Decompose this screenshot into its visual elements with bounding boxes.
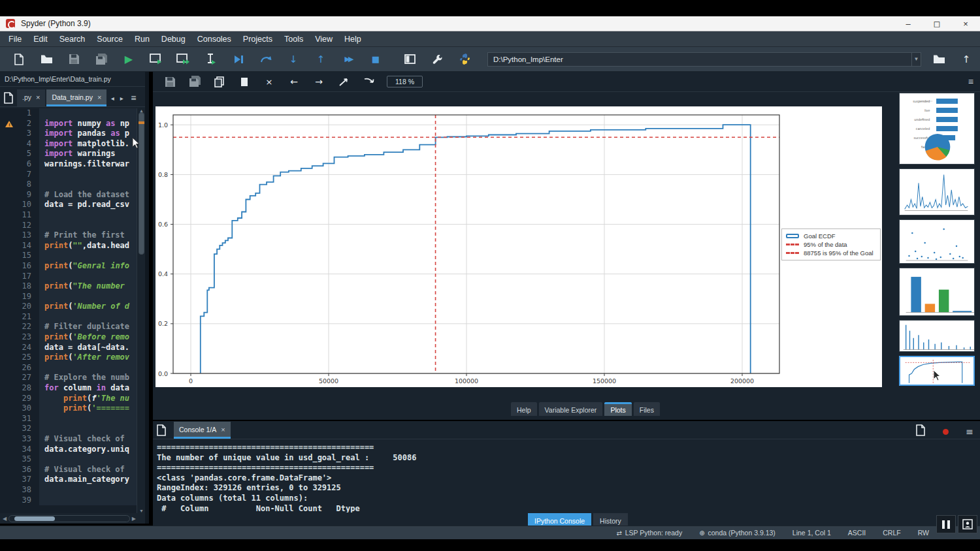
console-tab[interactable]: Console 1/A× <box>174 422 231 439</box>
thumbnail-goal-scatter[interactable] <box>899 219 975 264</box>
run-cell-icon[interactable] <box>148 51 165 68</box>
previous-plot-icon[interactable]: ← <box>286 74 302 89</box>
tabs-scroll-left-icon[interactable]: ◂ <box>108 95 117 102</box>
editor-tab--py[interactable]: .py× <box>17 89 45 106</box>
footer-tab-ipython-console[interactable]: IPython Console <box>528 513 591 527</box>
maximize-pane-icon[interactable] <box>401 51 418 68</box>
code-line-21: 21 <box>0 312 145 323</box>
menu-tools[interactable]: Tools <box>278 31 309 47</box>
menu-file[interactable]: File <box>3 31 27 47</box>
code-line-24: 24data = data[~data. <box>0 343 145 353</box>
thumbnail-goal-histogram[interactable] <box>899 320 975 352</box>
legend-goal-ecdf: Goal ECDF <box>804 232 836 240</box>
save-plot-icon[interactable] <box>162 74 178 89</box>
save-all-plots-icon[interactable] <box>187 74 203 89</box>
continue-execution-icon[interactable]: ▶▶ <box>340 51 357 68</box>
scroll-left-icon[interactable]: ◀ <box>3 516 7 522</box>
menu-view[interactable]: View <box>309 31 338 47</box>
menu-debug[interactable]: Debug <box>155 31 191 47</box>
pane-tab-files[interactable]: Files <box>634 402 660 416</box>
next-plot-icon[interactable]: → <box>311 74 327 89</box>
minimize-button[interactable]: – <box>894 16 923 31</box>
console-output[interactable]: ========================================… <box>153 440 980 512</box>
remove-plot-icon[interactable] <box>237 74 252 89</box>
menu-run[interactable]: Run <box>129 31 155 47</box>
pane-tab-plots[interactable]: Plots <box>604 402 631 416</box>
overlay-controls <box>934 515 977 533</box>
thumbnail-state-bars-and-pie[interactable]: suspendedliveundefinedcanceledsuccessful… <box>899 93 975 165</box>
browse-directory-icon[interactable] <box>930 51 947 68</box>
presenter-icon[interactable] <box>958 515 977 533</box>
scroll-right-icon[interactable]: ▶ <box>132 516 136 522</box>
zoom-in-icon[interactable] <box>336 74 351 89</box>
menu-edit[interactable]: Edit <box>27 31 54 47</box>
close-tab-icon[interactable]: × <box>97 93 101 101</box>
parent-directory-icon[interactable]: ↑ <box>958 51 975 68</box>
footer-tab-history[interactable]: History <box>593 513 628 527</box>
run-selection-icon[interactable] <box>203 51 220 68</box>
thumbnail-state-bar-chart[interactable] <box>899 268 975 316</box>
run-cell-advance-icon[interactable] <box>175 51 192 68</box>
save-file-icon[interactable] <box>65 51 82 68</box>
console-tab-bar: Console 1/A× ≡ <box>153 421 980 439</box>
code-line-20: 20print('Number of d <box>0 302 145 312</box>
svg-text:0.8: 0.8 <box>158 171 168 178</box>
stop-debug-icon[interactable]: ■ <box>367 51 384 68</box>
zoom-out-icon[interactable] <box>361 74 376 89</box>
menu-bar: FileEditSearchSourceRunDebugConsolesProj… <box>0 31 980 47</box>
console-options-menu-icon[interactable]: ≡ <box>966 426 973 437</box>
browse-console-tabs-icon[interactable] <box>153 422 170 439</box>
pause-icon[interactable] <box>936 515 956 533</box>
editor-vertical-scrollbar[interactable]: ▲ ▼ <box>137 108 145 513</box>
run-to-breakpoint-icon[interactable] <box>257 51 274 68</box>
menu-source[interactable]: Source <box>91 31 129 47</box>
pane-tab-help[interactable]: Help <box>511 402 537 416</box>
zoom-level: 118 % <box>387 76 423 87</box>
run-file-icon[interactable]: ▶ <box>120 51 137 68</box>
menu-help[interactable]: Help <box>338 31 367 47</box>
svg-text:0.0: 0.0 <box>158 370 168 377</box>
tabs-scroll-right-icon[interactable]: ▸ <box>117 95 126 102</box>
python-env-icon[interactable] <box>456 51 473 68</box>
maximize-button[interactable]: ◻ <box>923 16 951 31</box>
editor-horizontal-scrollbar[interactable]: ◀ ▶ <box>3 514 136 523</box>
thumbnail-goal-ecdf[interactable] <box>899 356 975 386</box>
chart-legend: Goal ECDF 95% of the data 88755 is 95% o… <box>781 228 881 260</box>
editor-options-menu-icon[interactable]: ≡ <box>126 93 140 103</box>
plot-figure: 0500001000001500002000000.00.20.40.60.81… <box>155 106 882 387</box>
pane-tab-variable-explorer[interactable]: Variable Explorer <box>539 402 603 416</box>
console-line-5: RangeIndex: 329126 entries, 0 to 329125 <box>157 483 980 494</box>
svg-text:0.4: 0.4 <box>158 270 168 277</box>
svg-text:100000: 100000 <box>455 377 478 385</box>
step-return-icon[interactable]: ↑ <box>312 51 329 68</box>
menu-search[interactable]: Search <box>54 31 91 47</box>
preferences-wrench-icon[interactable] <box>429 51 446 68</box>
working-directory-dropdown[interactable]: ▼ <box>912 52 921 67</box>
close-tab-icon[interactable]: × <box>36 93 40 101</box>
interrupt-kernel-icon[interactable] <box>943 429 949 435</box>
working-directory-input[interactable] <box>487 52 912 67</box>
save-all-icon[interactable] <box>93 51 110 68</box>
code-editor[interactable]: 12import numpy as np3import pandas as p4… <box>0 108 145 513</box>
code-line-26: 26 <box>0 363 145 373</box>
debug-file-icon[interactable] <box>230 51 247 68</box>
console-pane: Console 1/A× ≡ =========================… <box>153 421 980 526</box>
menu-consoles[interactable]: Consoles <box>191 31 237 47</box>
new-file-icon[interactable] <box>10 51 27 68</box>
editor-tab-Data_train-py[interactable]: Data_train.py× <box>46 89 106 106</box>
plots-options-menu-icon[interactable]: ≡ <box>968 76 973 87</box>
close-console-icon[interactable]: × <box>221 426 225 433</box>
copy-plot-icon[interactable] <box>212 74 227 89</box>
open-file-icon[interactable] <box>38 51 55 68</box>
console-line-7: # Column Non-Null Count Dtype <box>157 504 980 512</box>
main-toolbar: ▶ ↓ ↑ ▶▶ ■ ▼ ↑ <box>0 47 980 72</box>
step-into-icon[interactable]: ↓ <box>285 51 302 68</box>
new-console-icon[interactable] <box>915 424 926 439</box>
browse-tabs-icon[interactable] <box>0 89 17 106</box>
thumbnail-pledged-timeseries[interactable] <box>899 168 975 215</box>
menu-projects[interactable]: Projects <box>237 31 278 47</box>
scroll-down-icon[interactable]: ▼ <box>137 509 146 513</box>
close-button[interactable]: × <box>951 16 980 31</box>
remove-all-plots-icon[interactable]: × <box>261 74 277 89</box>
plot-thumbnails: suspendedliveundefinedcanceledsuccessful… <box>894 93 980 419</box>
